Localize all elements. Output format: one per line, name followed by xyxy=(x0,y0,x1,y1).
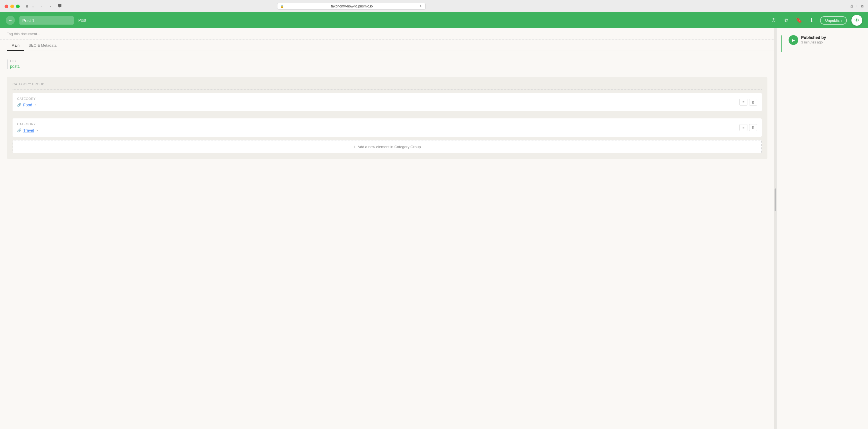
download-icon: ⬇ xyxy=(809,17,814,24)
header-actions: ⏱ ⧉ 🔖 ⬇ Unpublish 👁 xyxy=(770,15,862,26)
plus-icon: + xyxy=(353,144,356,149)
address-bar[interactable]: 🔒 taxonomy-how-to.prismic.io ↻ xyxy=(277,3,426,10)
back-nav-button[interactable]: ‹ xyxy=(38,3,45,9)
app-header: ← Post ⏱ ⧉ 🔖 ⬇ Unpublish 👁 xyxy=(0,12,868,28)
unpublish-label: Unpublish xyxy=(825,18,842,23)
scrollbar-thumb[interactable] xyxy=(775,189,776,211)
uid-label: UID xyxy=(10,59,765,63)
category-item-header: Category 🔗 Food × ≡ xyxy=(17,97,757,107)
forward-nav-button[interactable]: › xyxy=(47,3,54,9)
published-play-button[interactable]: ▶ xyxy=(788,35,798,45)
drag-icon-2: ≡ xyxy=(742,125,744,130)
app-body: Tag this document... Main SEO & Metadata… xyxy=(0,28,868,429)
tabs-bar: Main SEO & Metadata xyxy=(0,40,774,51)
eye-icon: 👁 xyxy=(854,18,860,24)
category-value-2: 🔗 Travel × xyxy=(17,128,38,133)
group-label: Category Group xyxy=(12,82,762,86)
right-sidebar: ▶ Published by 3 minutes ago xyxy=(777,28,868,429)
item-actions-2: ≡ 🗑 xyxy=(739,124,757,131)
doc-title-input[interactable] xyxy=(20,16,74,25)
preview-button[interactable]: 👁 xyxy=(851,15,862,26)
category-link-food[interactable]: Food xyxy=(23,103,32,107)
browser-nav: ‹ › xyxy=(38,3,54,9)
chevron-down-icon[interactable]: ⌄ xyxy=(31,4,35,8)
history-icon: ⏱ xyxy=(771,18,776,24)
content-with-scroll: Tag this document... Main SEO & Metadata… xyxy=(0,28,777,429)
link-icon: 🔗 xyxy=(17,103,22,107)
doc-title-area: Post xyxy=(20,16,86,25)
category-item-left: Category 🔗 Food × xyxy=(17,97,37,107)
category-item-header-2: Category 🔗 Travel × ≡ xyxy=(17,122,757,133)
category-group: Category Group Category 🔗 Food × xyxy=(7,77,768,159)
category-field-label-2: Category xyxy=(17,122,38,126)
published-time: 3 minutes ago xyxy=(801,40,826,44)
delete-item-button-2[interactable]: 🗑 xyxy=(749,124,757,131)
fullscreen-window-button[interactable] xyxy=(16,5,20,8)
history-button[interactable]: ⏱ xyxy=(770,16,778,24)
drag-handle-button-2[interactable]: ≡ xyxy=(739,124,747,131)
drag-handle-button[interactable]: ≡ xyxy=(739,99,747,106)
traffic-lights xyxy=(5,5,20,8)
bookmark-button[interactable]: 🔖 xyxy=(795,16,803,24)
content-main: UID post1 Category Group Category 🔗 xyxy=(0,51,774,166)
trash-icon: 🗑 xyxy=(751,100,755,104)
published-info: Published by 3 minutes ago xyxy=(801,35,826,44)
reload-icon[interactable]: ↻ xyxy=(420,4,423,8)
bookmark-icon: 🔖 xyxy=(796,17,802,24)
uid-field: UID post1 xyxy=(7,59,768,69)
published-entry: ▶ Published by 3 minutes ago xyxy=(781,34,863,54)
add-element-label: Add a new element in Category Group xyxy=(358,145,421,149)
copy-button[interactable]: ⧉ xyxy=(782,16,790,24)
shield-icon: ⛊ xyxy=(57,3,63,9)
lock-icon: 🔒 xyxy=(280,5,284,8)
url-text: taxonomy-how-to.prismic.io xyxy=(285,4,418,8)
copy-icon: ⧉ xyxy=(784,18,788,24)
remove-food-button[interactable]: × xyxy=(35,103,37,107)
category-link-travel[interactable]: Travel xyxy=(23,128,34,133)
category-field-label: Category xyxy=(17,97,37,101)
back-button[interactable]: ← xyxy=(6,16,15,25)
browser-chrome: ⊟ ⌄ ‹ › ⛊ 🔒 taxonomy-how-to.prismic.io ↻… xyxy=(0,0,868,12)
tab-main[interactable]: Main xyxy=(7,40,24,51)
content-area: Tag this document... Main SEO & Metadata… xyxy=(0,28,774,429)
doc-type-label: Post xyxy=(78,18,86,23)
delete-item-button[interactable]: 🗑 xyxy=(749,99,757,106)
category-item-2: Category 🔗 Travel × ≡ xyxy=(12,118,762,137)
tabs-overview-icon[interactable]: ⧉ xyxy=(861,4,863,8)
sidebar-toggle-icon[interactable]: ⊟ xyxy=(24,4,29,8)
share-icon[interactable]: ⎙ xyxy=(850,4,853,8)
item-actions: ≡ 🗑 xyxy=(739,99,757,106)
chrome-right-buttons: ⎙ + ⧉ xyxy=(850,4,863,8)
category-item: Category 🔗 Food × ≡ xyxy=(12,93,762,111)
tag-placeholder: Tag this document... xyxy=(7,32,40,36)
tag-bar[interactable]: Tag this document... xyxy=(0,28,774,40)
close-window-button[interactable] xyxy=(5,5,8,8)
uid-value: post1 xyxy=(10,64,765,69)
back-arrow-icon: ← xyxy=(8,18,12,23)
vertical-scrollbar[interactable] xyxy=(774,28,777,429)
published-by-label: Published by xyxy=(801,35,826,40)
sidebar-status-divider xyxy=(781,35,782,52)
unpublish-button[interactable]: Unpublish xyxy=(820,16,847,25)
download-button[interactable]: ⬇ xyxy=(807,16,815,24)
remove-travel-button[interactable]: × xyxy=(36,128,38,133)
minimize-window-button[interactable] xyxy=(10,5,14,8)
tab-seo-metadata[interactable]: SEO & Metadata xyxy=(24,40,61,51)
sidebar-toggle-area: ⊟ ⌄ xyxy=(24,4,35,8)
link-icon-2: 🔗 xyxy=(17,128,22,133)
group-divider-2 xyxy=(12,115,762,115)
add-element-button[interactable]: + Add a new element in Category Group xyxy=(12,140,762,153)
trash-icon-2: 🗑 xyxy=(751,125,755,130)
new-tab-icon[interactable]: + xyxy=(856,4,858,8)
category-value: 🔗 Food × xyxy=(17,103,37,107)
play-icon: ▶ xyxy=(792,38,795,42)
category-item-left-2: Category 🔗 Travel × xyxy=(17,122,38,133)
drag-icon: ≡ xyxy=(742,100,744,104)
